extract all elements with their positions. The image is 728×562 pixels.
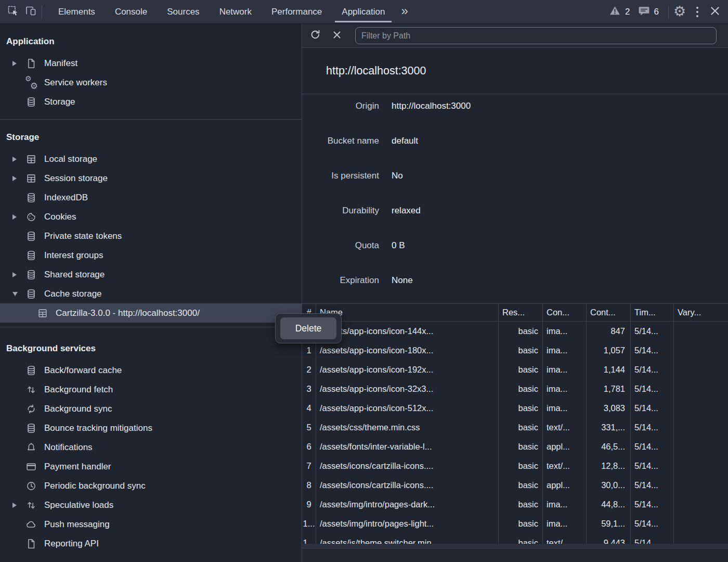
table-row[interactable]: 8/assets/icons/cartzilla-icons....basica… — [302, 476, 728, 495]
gear-icon: ⚙ — [673, 5, 686, 19]
expand-arrow-icon[interactable] — [12, 214, 17, 220]
context-menu-item-delete[interactable]: Delete — [280, 317, 336, 339]
clear-x-icon — [332, 30, 342, 42]
sidebar-item-bounce-tracking-mitigations[interactable]: Bounce tracking mitigations — [0, 418, 302, 438]
sidebar-item-label: Bounce tracking mitigations — [44, 423, 152, 433]
collapse-arrow-icon[interactable] — [12, 292, 18, 296]
sidebar-item-back-forward-cache[interactable]: Back/forward cache — [0, 361, 302, 380]
sidebar-item-cookies[interactable]: Cookies — [0, 207, 302, 226]
sidebar-item-background-fetch[interactable]: Background fetch — [0, 380, 302, 399]
tab-network[interactable]: Network — [210, 0, 262, 23]
sidebar-item-label: Local storage — [44, 154, 97, 164]
warning-icon — [608, 4, 621, 19]
table-row[interactable]: 0/assets/app-icons/icon-144x...basicima.… — [302, 322, 728, 341]
kebab-menu-icon — [690, 4, 705, 20]
section-header-background-services: Background services — [0, 327, 302, 361]
sidebar-item-label: Interest groups — [44, 250, 103, 261]
database-icon — [25, 249, 37, 262]
table-row[interactable]: 1.../assets/img/intro/pages-light...basi… — [302, 514, 728, 533]
sidebar-item-private-state-tokens[interactable]: Private state tokens — [0, 226, 302, 246]
field-label: Durability — [302, 206, 379, 216]
sidebar-item-notifications[interactable]: Notifications — [0, 438, 302, 457]
field-value: http://localhost:3000 — [392, 101, 471, 111]
sidebar-item-storage[interactable]: Storage — [0, 92, 302, 111]
tab-performance[interactable]: Performance — [262, 0, 332, 23]
warning-count: 2 — [625, 7, 630, 17]
origin-heading-section: http://localhost:3000 — [302, 48, 728, 94]
file-icon — [25, 538, 37, 550]
close-devtools-button[interactable] — [706, 3, 724, 21]
field-label: Expiration — [302, 275, 379, 286]
preview-pane — [302, 548, 728, 562]
table-row[interactable]: 5/assets/css/theme.min.cssbasictext/...3… — [302, 418, 728, 437]
devtools-menu-button[interactable] — [688, 3, 706, 21]
sidebar-item-label: Storage — [44, 97, 75, 107]
devtools-window: Elements Console Sources Network Perform… — [0, 0, 728, 562]
sidebar-item-label: Background sync — [44, 404, 112, 414]
sidebar-item-cache-storage[interactable]: Cache storage — [0, 284, 302, 303]
refresh-button[interactable] — [306, 27, 324, 45]
sidebar-item-payment-handler[interactable]: Payment handler — [0, 457, 302, 476]
column-header-response-type: Res... — [498, 308, 542, 317]
sidebar-item-indexeddb[interactable]: IndexedDB — [0, 188, 302, 207]
sidebar-item-push-messaging[interactable]: Push messaging — [0, 515, 302, 534]
context-menu: Delete — [275, 313, 342, 343]
sidebar-item-background-sync[interactable]: Background sync — [0, 399, 302, 418]
sidebar-item-session-storage[interactable]: Session storage — [0, 169, 302, 188]
sidebar-item-shared-storage[interactable]: Shared storage — [0, 265, 302, 284]
sidebar-item-manifest[interactable]: Manifest — [0, 54, 302, 73]
table-row[interactable]: 2/assets/app-icons/icon-192x...basicima.… — [302, 360, 728, 379]
inspect-cursor-icon — [7, 5, 19, 19]
sidebar-item-label: Shared storage — [44, 270, 105, 280]
expand-arrow-icon[interactable] — [12, 272, 17, 277]
inspect-element-button[interactable] — [4, 3, 22, 21]
table-header-row[interactable]: # Name Res... Con... Cont... Tim... Vary… — [302, 304, 728, 322]
devtools-toolbar: Elements Console Sources Network Perform… — [0, 0, 728, 24]
sidebar-item-interest-groups[interactable]: Interest groups — [0, 246, 302, 265]
table-row[interactable]: 9/assets/img/intro/pages-dark...basicima… — [302, 495, 728, 514]
clear-button[interactable] — [328, 27, 346, 45]
up-down-arrows-icon — [25, 499, 37, 512]
field-row: Quota 0 B — [302, 228, 728, 263]
sidebar-item-periodic-background-sync[interactable]: Periodic background sync — [0, 476, 302, 495]
sidebar-item-reporting-api[interactable]: Reporting API — [0, 534, 302, 553]
sidebar-item-label: Session storage — [44, 173, 108, 184]
warnings-badge[interactable]: 2 — [608, 4, 630, 19]
database-icon — [25, 422, 37, 435]
sidebar-item-local-storage[interactable]: Local storage — [0, 149, 302, 169]
field-value: No — [392, 171, 403, 181]
sidebar-item-service-workers[interactable]: ⚙ ⚙ Service workers — [0, 73, 302, 92]
expand-arrow-icon[interactable] — [12, 157, 17, 162]
expand-arrow-icon[interactable] — [12, 61, 17, 66]
expand-arrow-icon[interactable] — [12, 503, 17, 508]
column-header-name: Name — [316, 308, 498, 317]
sidebar-item-speculative-loads[interactable]: Speculative loads — [0, 495, 302, 515]
database-icon — [25, 364, 37, 377]
table-row[interactable]: 7/assets/icons/cartzilla-icons....basict… — [302, 456, 728, 476]
tab-sources[interactable]: Sources — [157, 0, 209, 23]
gears-icon: ⚙ ⚙ — [25, 76, 37, 89]
table-row[interactable]: 1.../assets/js/theme.switcher.min...basi… — [302, 533, 728, 544]
sidebar-item-label: Manifest — [44, 58, 77, 69]
up-down-arrows-icon — [25, 384, 37, 396]
more-tabs-button[interactable]: » — [395, 0, 414, 24]
toolbar-divider — [42, 5, 42, 19]
sidebar-item-cache-cartzilla[interactable]: Cartzilla-3.0.0 - http://localhost:3000/ — [0, 303, 302, 323]
table-row[interactable]: 4/assets/app-icons/icon-512x...basicima.… — [302, 399, 728, 418]
field-row: Is persistent No — [302, 158, 728, 193]
device-toolbar-button[interactable] — [22, 3, 40, 21]
tab-console[interactable]: Console — [105, 0, 157, 23]
messages-badge[interactable]: 6 — [638, 4, 659, 19]
table-row[interactable]: 3/assets/app-icons/icon-32x3...basicima.… — [302, 379, 728, 399]
tab-elements[interactable]: Elements — [48, 0, 105, 23]
field-label: Quota — [302, 240, 379, 251]
table-row[interactable]: 1/assets/app-icons/icon-180x...basicima.… — [302, 341, 728, 360]
section-header-storage: Storage — [0, 120, 302, 149]
field-value: None — [392, 275, 413, 286]
settings-button[interactable]: ⚙ — [671, 3, 688, 21]
horizontal-scrollbar-track[interactable] — [302, 544, 728, 548]
expand-arrow-icon[interactable] — [12, 176, 17, 181]
table-row[interactable]: 6/assets/fonts/inter-variable-l...basica… — [302, 437, 728, 456]
filter-by-path-input[interactable] — [355, 27, 717, 44]
tab-application[interactable]: Application — [332, 0, 395, 23]
